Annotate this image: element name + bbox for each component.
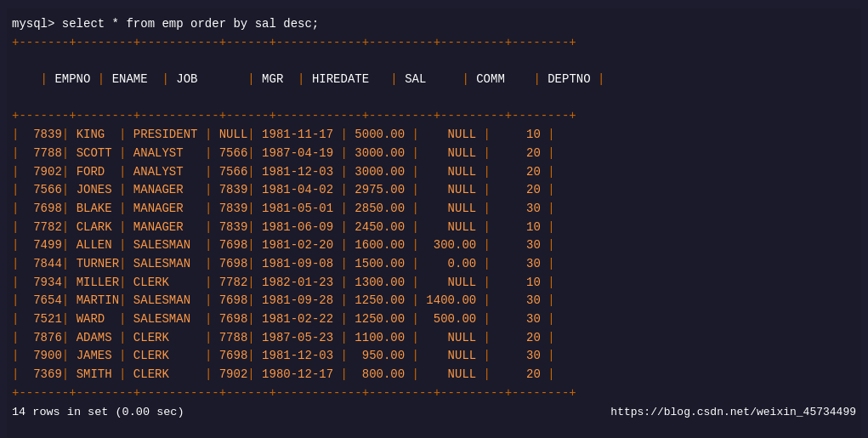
- border: |: [341, 220, 348, 234]
- cell-job: SALESMAN: [126, 312, 204, 326]
- table-row: | 7782| CLARK | MANAGER | 7839| 1981-06-…: [12, 219, 856, 237]
- border: |: [412, 257, 419, 270]
- border: |: [341, 257, 348, 270]
- cell-comm: 300.00: [419, 238, 484, 252]
- cell-deptno: 20: [491, 331, 547, 344]
- border: |: [247, 128, 254, 141]
- border: |: [547, 276, 554, 289]
- border: |: [62, 146, 69, 160]
- cell-empno: 7934: [19, 276, 61, 289]
- border: |: [62, 202, 69, 215]
- cell-mgr: 7698: [212, 238, 247, 252]
- border: |: [62, 257, 69, 270]
- border-right: |: [598, 72, 604, 86]
- cell-hiredate: 1982-01-23: [255, 276, 341, 289]
- border: |: [484, 331, 491, 344]
- cell-comm: NULL: [419, 183, 484, 196]
- table-row: | 7839| KING | PRESIDENT | NULL| 1981-11…: [12, 126, 856, 145]
- cell-job: CLERK: [126, 276, 204, 289]
- cell-empno: 7902: [19, 165, 61, 179]
- cell-comm: NULL: [419, 349, 484, 362]
- border: |: [484, 349, 491, 362]
- border: |: [484, 276, 491, 289]
- cell-deptno: 20: [491, 146, 547, 160]
- cell-mgr: 7839: [212, 183, 247, 196]
- cell-mgr: 7698: [212, 257, 247, 270]
- col-header-empno: EMPNO: [48, 72, 98, 86]
- cell-comm: NULL: [419, 367, 484, 381]
- cell-hiredate: 1981-02-22: [255, 312, 341, 326]
- border: |: [341, 276, 348, 289]
- border: |: [547, 293, 554, 307]
- cell-ename: JAMES: [69, 349, 119, 362]
- border: |: [547, 367, 554, 381]
- command-line: mysql> select * from emp order by sal de…: [12, 15, 856, 34]
- border: |: [247, 293, 254, 307]
- cell-job: SALESMAN: [126, 257, 204, 270]
- cell-job: CLERK: [126, 331, 204, 344]
- header-row: | EMPNO | ENAME | JOB | MGR | HIREDATE |…: [12, 52, 856, 107]
- cell-hiredate: 1981-05-01: [255, 202, 341, 215]
- cell-sal: 2975.00: [348, 183, 412, 196]
- cell-deptno: 10: [491, 128, 547, 141]
- border: |: [462, 72, 468, 86]
- cell-hiredate: 1981-06-09: [255, 220, 341, 234]
- cell-job: SALESMAN: [126, 293, 204, 307]
- cell-sal: 800.00: [348, 367, 412, 381]
- cell-job: MANAGER: [126, 183, 204, 196]
- cell-deptno: 30: [491, 349, 547, 362]
- border: |: [412, 183, 419, 196]
- border: |: [547, 146, 554, 160]
- border: |: [62, 276, 69, 289]
- cell-empno: 7844: [19, 257, 61, 270]
- cell-empno: 7782: [19, 220, 61, 234]
- border: |: [341, 312, 348, 326]
- border: |: [247, 257, 254, 270]
- border: |: [341, 183, 348, 196]
- border: |: [412, 146, 419, 160]
- border: |: [412, 128, 419, 141]
- cell-comm: NULL: [419, 146, 484, 160]
- border: |: [298, 72, 304, 86]
- cell-empno: 7369: [19, 367, 61, 381]
- cell-sal: 5000.00: [348, 128, 412, 141]
- cell-hiredate: 1981-04-02: [255, 183, 341, 196]
- cell-job: MANAGER: [126, 202, 204, 215]
- cell-comm: NULL: [419, 165, 484, 179]
- cell-ename: SMITH: [69, 367, 119, 381]
- cell-ename: CLARK: [69, 220, 119, 234]
- cell-job: CLERK: [126, 367, 204, 381]
- separator-bottom: +-------+--------+-----------+------+---…: [12, 384, 856, 403]
- footer: 14 rows in set (0.00 sec) https://blog.c…: [12, 406, 856, 418]
- border: |: [412, 220, 419, 234]
- border: |: [341, 331, 348, 344]
- border: |: [484, 238, 491, 252]
- cell-comm: NULL: [419, 202, 484, 215]
- table-row: | 7844| TURNER| SALESMAN | 7698| 1981-09…: [12, 255, 856, 274]
- cell-mgr: 7839: [212, 202, 247, 215]
- cell-mgr: 7566: [212, 146, 247, 160]
- cell-mgr: 7566: [212, 165, 247, 179]
- cell-sal: 1250.00: [348, 312, 412, 326]
- cell-hiredate: 1981-09-28: [255, 293, 341, 307]
- table-row: | 7369| SMITH | CLERK | 7902| 1980-12-17…: [12, 366, 856, 384]
- cell-ename: WARD: [69, 312, 119, 326]
- border: |: [547, 128, 554, 141]
- cell-hiredate: 1981-12-03: [255, 349, 341, 362]
- cell-hiredate: 1981-12-03: [255, 165, 341, 179]
- border: |: [247, 72, 254, 86]
- cell-comm: NULL: [419, 128, 484, 141]
- cell-hiredate: 1987-04-19: [255, 146, 341, 160]
- border: |: [341, 146, 348, 160]
- cell-empno: 7499: [19, 238, 61, 252]
- table-row: | 7876| ADAMS | CLERK | 7788| 1987-05-23…: [12, 329, 856, 348]
- cell-empno: 7839: [19, 128, 61, 141]
- cell-hiredate: 1981-02-20: [255, 238, 341, 252]
- cell-deptno: 30: [491, 257, 547, 270]
- cell-ename: MILLER: [69, 276, 119, 289]
- border: |: [412, 293, 419, 307]
- cell-comm: NULL: [419, 331, 484, 344]
- border: |: [412, 312, 419, 326]
- border: |: [547, 202, 554, 215]
- cell-comm: 0.00: [419, 257, 484, 270]
